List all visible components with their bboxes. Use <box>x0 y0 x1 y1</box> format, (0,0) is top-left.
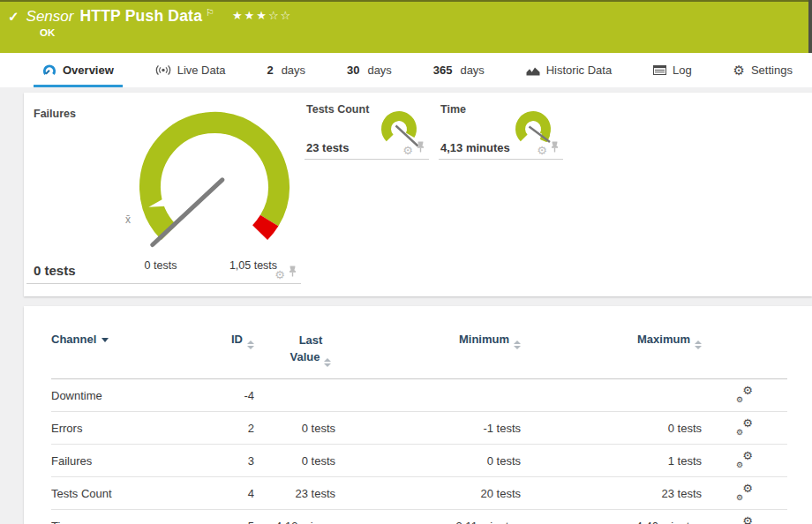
sort-icon <box>695 341 702 349</box>
channel-name: Tests Count <box>51 476 214 509</box>
status-badge: OK <box>40 27 812 38</box>
gauge-title: Tests Count <box>306 103 369 116</box>
tab-365-days[interactable]: 365 days <box>425 53 493 87</box>
sort-desc-icon <box>102 338 109 342</box>
channel-maximum: 0 tests <box>521 411 702 444</box>
channel-minimum: 20 tests <box>335 476 521 509</box>
channel-settings-icon[interactable]: ⚙⚙ <box>736 485 753 499</box>
tab-overview[interactable]: Overview <box>34 53 123 87</box>
channel-id: 2 <box>214 411 254 444</box>
tab-log-label: Log <box>673 64 692 77</box>
log-list-icon <box>653 65 666 75</box>
sort-icon <box>514 341 521 349</box>
channel-minimum: -1 tests <box>335 411 521 444</box>
column-header-id[interactable]: ID <box>214 333 254 378</box>
channel-current-value: 4,13 minutes <box>440 141 510 154</box>
priority-rating[interactable]: ★★★☆☆ <box>232 9 292 22</box>
gauge-tile-time: Time 4,13 minutes ⚙ <box>439 99 563 160</box>
area-chart-icon <box>526 65 540 76</box>
broadcast-icon <box>155 64 171 76</box>
table-row: Downtime -4 ⚙⚙ <box>51 378 787 411</box>
window-edge <box>808 0 812 53</box>
table-row: Failures 3 0 tests 0 tests 1 tests ⚙⚙ <box>51 444 787 476</box>
channel-current-value: 23 tests <box>306 141 349 154</box>
gear-icon: ⚙ <box>733 64 744 77</box>
tab-live-data-label: Live Data <box>177 64 226 77</box>
channel-minimum: 0 tests <box>335 444 521 476</box>
channel-maximum: 23 tests <box>521 476 702 509</box>
tab-settings-label: Settings <box>751 64 793 77</box>
channel-id: -4 <box>214 378 254 411</box>
tab-365-days-number: 365 <box>433 64 453 77</box>
channel-settings-icon[interactable]: ⚙⚙ <box>736 420 753 434</box>
table-row: Tests Count 4 23 tests 20 tests 23 tests… <box>51 476 787 509</box>
table-row: Time 5 4,13 minu... 3,11 minutes 4,40 mi… <box>51 509 787 524</box>
tab-historic-data-label: Historic Data <box>546 64 612 77</box>
channel-id: 4 <box>214 476 254 509</box>
pin-icon[interactable] <box>416 140 425 156</box>
tile-actions: ⚙ <box>274 265 297 281</box>
channel-last-value: 0 tests <box>254 444 335 476</box>
channel-maximum: 4,40 minutes <box>521 509 702 524</box>
column-header-channel[interactable]: Channel <box>51 333 214 378</box>
column-header-actions <box>702 333 787 378</box>
object-kind-label: Sensor <box>26 8 74 26</box>
channels-table: Channel ID Last Value Minimum Maximum <box>51 333 787 524</box>
tab-365-days-label: days <box>460 64 484 77</box>
tab-log[interactable]: Log <box>644 53 701 87</box>
channel-settings-icon[interactable]: ⚙⚙ <box>736 387 753 401</box>
gear-icon[interactable]: ⚙ <box>537 145 547 156</box>
sort-icon <box>324 358 331 367</box>
average-marker-label: x̄ <box>125 213 131 226</box>
stars-filled[interactable]: ★★★ <box>232 9 268 22</box>
pin-icon[interactable] <box>550 140 560 156</box>
tile-actions: ⚙ <box>537 140 560 156</box>
tab-historic-data[interactable]: Historic Data <box>517 53 620 87</box>
column-header-maximum[interactable]: Maximum <box>521 333 702 378</box>
pin-icon[interactable] <box>288 265 297 281</box>
channel-name: Downtime <box>51 378 214 411</box>
channel-minimum <box>335 378 521 411</box>
gauge-title: Time <box>440 103 466 116</box>
failures-gauge-chart <box>26 99 301 284</box>
tab-overview-label: Overview <box>63 64 114 77</box>
channel-last-value: 0 tests <box>254 411 335 444</box>
stars-empty[interactable]: ☆☆ <box>268 9 292 22</box>
tab-2-days-label: days <box>282 64 305 77</box>
tab-30-days[interactable]: 30 days <box>338 53 401 87</box>
gauges-panel: Failures x̄ 0 tests 1,05 tests 0 tests ⚙ <box>24 93 812 296</box>
tab-bar: Overview Live Data 2 days 30 days 365 da… <box>0 53 812 87</box>
gauge-tile-tests-count: Tests Count 23 tests ⚙ <box>304 99 429 160</box>
gauge-scale-min: 0 tests <box>130 259 192 272</box>
channel-settings-icon[interactable]: ⚙⚙ <box>736 518 753 524</box>
sensor-titlebar: ✓ Sensor HTTP Push Data ⚐ ★★★☆☆ <box>0 0 812 26</box>
channel-last-value: 4,13 minu... <box>254 509 335 524</box>
ok-check-icon: ✓ <box>8 9 19 25</box>
channel-id: 5 <box>214 509 254 524</box>
tile-actions: ⚙ <box>402 140 425 156</box>
channel-maximum: 1 tests <box>521 444 702 476</box>
flag-icon[interactable]: ⚐ <box>206 7 214 19</box>
tab-live-data[interactable]: Live Data <box>147 53 235 87</box>
channels-panel: Channel ID Last Value Minimum Maximum <box>24 306 812 524</box>
tab-30-days-label: days <box>367 64 391 77</box>
sensor-status-bar: ✓ Sensor HTTP Push Data ⚐ ★★★☆☆ OK <box>0 0 812 53</box>
channel-current-value: 0 tests <box>34 263 76 278</box>
channel-settings-icon[interactable]: ⚙⚙ <box>736 453 753 467</box>
channel-name: Time <box>51 509 214 524</box>
table-header-row: Channel ID Last Value Minimum Maximum <box>51 333 787 378</box>
gear-icon[interactable]: ⚙ <box>402 145 413 156</box>
tab-2-days-number: 2 <box>267 64 273 77</box>
sensor-title: HTTP Push Data <box>79 7 202 26</box>
column-header-minimum[interactable]: Minimum <box>335 333 521 378</box>
gear-icon[interactable]: ⚙ <box>274 269 285 281</box>
column-header-last-value[interactable]: Last Value <box>254 333 335 378</box>
sort-icon <box>247 341 254 349</box>
channel-maximum <box>521 378 702 411</box>
tab-settings[interactable]: ⚙ Settings <box>724 53 801 87</box>
channel-name: Errors <box>51 411 214 444</box>
gauge-tile-failures: Failures x̄ 0 tests 1,05 tests 0 tests ⚙ <box>26 99 301 284</box>
tab-30-days-number: 30 <box>347 64 359 77</box>
channel-minimum: 3,11 minutes <box>335 509 521 524</box>
tab-2-days[interactable]: 2 days <box>258 53 314 87</box>
